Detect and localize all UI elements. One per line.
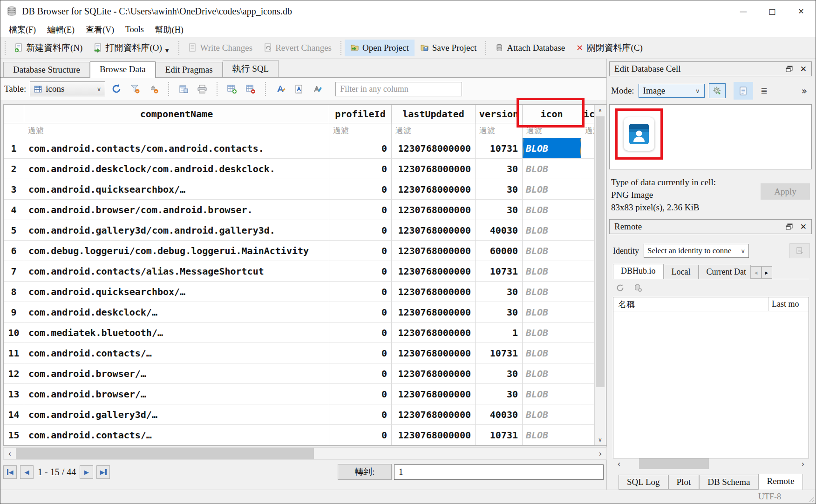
cell-version[interactable]: 30 (476, 179, 523, 200)
cell-next-column-clipped[interactable] (581, 425, 594, 445)
tab-plot[interactable]: Plot (668, 475, 700, 490)
row-number[interactable]: 3 (4, 179, 24, 200)
cell-icon-blob[interactable]: BLOB (523, 384, 581, 404)
cell-version[interactable]: 60000 (476, 241, 523, 261)
cell-componentName[interactable]: com.android.contacts/alias.MessageShortc… (24, 261, 329, 282)
cell-profileId[interactable]: 0 (329, 261, 392, 282)
cell-profileId[interactable]: 0 (329, 404, 392, 425)
cell-version[interactable]: 40030 (476, 220, 523, 241)
remote-scroll-left-button[interactable]: ‹ (613, 458, 625, 469)
scroll-left-button[interactable]: ‹ (4, 448, 16, 459)
cell-icon-blob[interactable]: BLOB (523, 302, 581, 323)
filter-profileId[interactable]: 過濾 (329, 123, 392, 138)
row-number[interactable]: 1 (4, 138, 24, 159)
row-number[interactable]: 9 (4, 302, 24, 323)
cell-componentName[interactable]: com.mediatek.bluetooth/… (24, 323, 329, 343)
encoding-label[interactable]: UTF-8 (758, 492, 781, 502)
row-number[interactable]: 10 (4, 323, 24, 343)
cell-lastUpdated[interactable]: 1230768000000 (392, 138, 476, 159)
close-database-button[interactable]: ✕ 關閉資料庫(C) (571, 39, 648, 57)
cell-lastUpdated[interactable]: 1230768000000 (392, 261, 476, 282)
clear-filters-button[interactable] (128, 81, 143, 96)
tab-execute-sql[interactable]: 執行 SQL (223, 60, 279, 77)
cell-next-column-clipped[interactable] (581, 220, 594, 241)
identity-import-button[interactable] (789, 243, 810, 258)
cell-next-column-clipped[interactable] (581, 159, 594, 179)
previous-records-button[interactable]: ◀ (20, 465, 34, 479)
filter-icon[interactable]: 過濾 (523, 123, 581, 138)
cell-next-column-clipped[interactable] (581, 404, 594, 425)
filter-version[interactable]: 過濾 (476, 123, 523, 138)
refresh-button[interactable] (109, 81, 124, 96)
remote-scroll-right-button[interactable]: › (797, 458, 809, 469)
cell-lastUpdated[interactable]: 1230768000000 (392, 159, 476, 179)
horizontal-scroll-thumb[interactable] (16, 448, 314, 459)
remote-list-body[interactable] (613, 311, 809, 458)
cell-icon-blob[interactable]: BLOB (523, 323, 581, 343)
filter-next-column-clipped[interactable]: 過濾 (581, 123, 594, 138)
cell-componentName[interactable]: com.android.quicksearchbox/… (24, 179, 329, 200)
cell-componentName[interactable]: com.android.quicksearchbox/… (24, 282, 329, 302)
cell-version[interactable]: 1 (476, 323, 523, 343)
vertical-scroll-thumb[interactable] (596, 116, 605, 387)
resize-grip[interactable] (808, 496, 814, 502)
cell-componentName[interactable]: com.android.browser/… (24, 363, 329, 384)
goto-button[interactable]: 轉到: (338, 464, 392, 480)
insert-record-button[interactable] (224, 81, 239, 96)
row-number[interactable]: 8 (4, 282, 24, 302)
cell-version[interactable]: 10731 (476, 425, 523, 445)
cell-componentName[interactable]: com.android.browser/… (24, 384, 329, 404)
menu-help[interactable]: 幫助(H) (150, 23, 189, 37)
cell-lastUpdated[interactable]: 1230768000000 (392, 363, 476, 384)
tab-database-structure[interactable]: Database Structure (3, 62, 90, 77)
cell-profileId[interactable]: 0 (329, 384, 392, 404)
cell-profileId[interactable]: 0 (329, 425, 392, 445)
identity-select[interactable]: Select an identity to conne ∨ (644, 244, 749, 258)
cell-componentName[interactable]: com.android.contacts/… (24, 343, 329, 363)
cell-profileId[interactable]: 0 (329, 159, 392, 179)
cell-profileId[interactable]: 0 (329, 138, 392, 159)
import-data-button[interactable] (709, 83, 726, 98)
cell-version[interactable]: 10731 (476, 261, 523, 282)
close-panel-icon[interactable]: ✕ (800, 64, 807, 74)
scroll-right-button[interactable]: › (594, 448, 606, 459)
tab-sql-log[interactable]: SQL Log (619, 475, 668, 490)
header-icon[interactable]: icon (523, 105, 581, 123)
cell-icon-blob[interactable]: BLOB (523, 425, 581, 445)
cell-next-column-clipped[interactable] (581, 323, 594, 343)
menu-file[interactable]: 檔案(F) (3, 23, 41, 37)
cell-icon-blob[interactable]: BLOB (523, 138, 581, 159)
vertical-scrollbar[interactable]: ∧ ∨ (594, 105, 605, 445)
float-panel-icon[interactable] (786, 66, 793, 72)
cell-profileId[interactable]: 0 (329, 241, 392, 261)
cell-profileId[interactable]: 0 (329, 363, 392, 384)
row-number[interactable]: 2 (4, 159, 24, 179)
row-number[interactable]: 13 (4, 384, 24, 404)
open-database-button[interactable]: 打開資料庫(O) ▼ (88, 39, 175, 57)
cell-lastUpdated[interactable]: 1230768000000 (392, 384, 476, 404)
cell-version[interactable]: 30 (476, 200, 523, 220)
remote-list-column-name[interactable]: 名稱 (613, 297, 768, 311)
filter-lastUpdated[interactable]: 過濾 (392, 123, 476, 138)
cell-lastUpdated[interactable]: 1230768000000 (392, 323, 476, 343)
close-panel-icon[interactable]: ✕ (800, 222, 807, 231)
cell-icon-blob[interactable]: BLOB (523, 179, 581, 200)
menu-view[interactable]: 查看(V) (80, 23, 120, 37)
cell-icon-blob[interactable]: BLOB (523, 282, 581, 302)
goto-record-input[interactable]: 1 (394, 464, 604, 480)
cell-lastUpdated[interactable]: 1230768000000 (392, 404, 476, 425)
open-project-button[interactable]: Open Project (345, 40, 415, 56)
cell-next-column-clipped[interactable] (581, 138, 594, 159)
vertical-scroll-track[interactable] (595, 388, 605, 434)
row-number[interactable]: 11 (4, 343, 24, 363)
save-results-button[interactable] (176, 81, 191, 96)
tab-dbhub[interactable]: DBHub.io (613, 264, 664, 279)
cell-icon-blob[interactable]: BLOB (523, 261, 581, 282)
header-profileId[interactable]: profileId (329, 105, 392, 123)
menu-tools[interactable]: Tools (120, 23, 150, 36)
cell-icon-blob[interactable]: BLOB (523, 200, 581, 220)
cell-componentName[interactable]: com.android.contacts/… (24, 425, 329, 445)
cell-componentName[interactable]: com.android.contacts/com.android.contact… (24, 138, 329, 159)
filter-componentName[interactable]: 過濾 (24, 123, 329, 138)
new-database-button[interactable]: 新建資料庫(N) (9, 39, 88, 57)
